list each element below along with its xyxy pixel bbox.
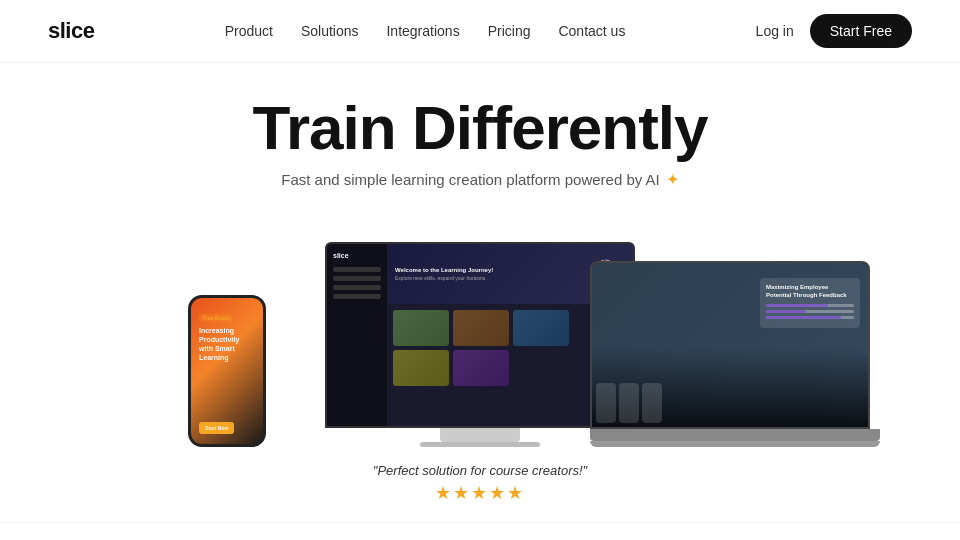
card-5 xyxy=(453,350,509,386)
start-free-button[interactable]: Start Free xyxy=(810,14,912,48)
quote-text: "Perfect solution for course creators!" xyxy=(0,463,960,478)
laptop-people xyxy=(592,347,868,427)
sidebar-item-1 xyxy=(333,267,381,272)
navbar: slice Product Solutions Integrations Pri… xyxy=(0,0,960,63)
desktop-stand xyxy=(440,428,520,442)
laptop-screen: Maximizing Employee Potential Through Fe… xyxy=(590,261,870,429)
desktop-base xyxy=(420,442,540,447)
phone-mockup: Time Boost Increasing Productivity with … xyxy=(188,295,268,447)
phone-content: Time Boost Increasing Productivity with … xyxy=(191,298,263,372)
card-1 xyxy=(393,310,449,346)
laptop-progress-fill-3 xyxy=(766,316,841,319)
laptop-bottom xyxy=(590,429,880,441)
quote-area: "Perfect solution for course creators!" … xyxy=(0,463,960,504)
laptop-progress-bar xyxy=(766,304,854,307)
nav-integrations[interactable]: Integrations xyxy=(386,23,459,39)
hero-title: Train Differently xyxy=(48,95,912,160)
person-2 xyxy=(619,383,639,423)
desktop-screen: slice Welcome to the Learning Journey! E… xyxy=(325,242,635,428)
sidebar-item-2 xyxy=(333,276,381,281)
sidebar-logo: slice xyxy=(333,252,381,259)
card-3 xyxy=(513,310,569,346)
laptop-mockup: Maximizing Employee Potential Through Fe… xyxy=(590,261,880,447)
nav-contact[interactable]: Contact us xyxy=(558,23,625,39)
laptop-progress-fill xyxy=(766,304,828,307)
laptop-content: Maximizing Employee Potential Through Fe… xyxy=(592,263,868,427)
laptop-progress-fill-2 xyxy=(766,310,806,313)
phone-tag: Time Boost xyxy=(199,314,232,322)
laptop-card-title: Maximizing Employee Potential Through Fe… xyxy=(766,284,854,300)
star-rating: ★★★★★ xyxy=(0,482,960,504)
person-3 xyxy=(642,383,662,423)
login-button[interactable]: Log in xyxy=(756,23,794,39)
phone-cta: Start Now xyxy=(199,422,234,434)
nav-actions: Log in Start Free xyxy=(756,14,912,48)
hero-section: Train Differently Fast and simple learni… xyxy=(0,63,960,189)
nav-pricing[interactable]: Pricing xyxy=(488,23,531,39)
sidebar-item-4 xyxy=(333,294,381,299)
sidebar-item-3 xyxy=(333,285,381,290)
laptop-progress-bar-3 xyxy=(766,316,854,319)
logo[interactable]: slice xyxy=(48,18,94,44)
person-1 xyxy=(596,383,616,423)
partners-bar: — Partner caesarstone ® Hertz BHI Wolt s… xyxy=(0,522,960,540)
laptop-base xyxy=(590,441,880,447)
card-4 xyxy=(393,350,449,386)
banner-title: Welcome to the Learning Journey! xyxy=(395,267,493,273)
card-2 xyxy=(453,310,509,346)
desktop-sidebar: slice xyxy=(327,244,387,426)
laptop-card: Maximizing Employee Potential Through Fe… xyxy=(760,278,860,328)
mockup-area: Time Boost Increasing Productivity with … xyxy=(0,207,960,447)
banner-sub: Explore new skills, expand your horizons… xyxy=(395,275,493,281)
banner-text: Welcome to the Learning Journey! Explore… xyxy=(395,267,493,281)
phone-screen: Time Boost Increasing Productivity with … xyxy=(191,298,263,444)
nav-solutions[interactable]: Solutions xyxy=(301,23,359,39)
nav-links: Product Solutions Integrations Pricing C… xyxy=(225,22,626,40)
phone-frame: Time Boost Increasing Productivity with … xyxy=(188,295,266,447)
nav-product[interactable]: Product xyxy=(225,23,273,39)
desktop-inner: slice Welcome to the Learning Journey! E… xyxy=(327,244,633,426)
laptop-progress-bar-2 xyxy=(766,310,854,313)
ai-star-icon: ✦ xyxy=(666,170,679,189)
hero-subtitle: Fast and simple learning creation platfo… xyxy=(48,170,912,189)
phone-title: Increasing Productivity with Smart Learn… xyxy=(199,326,255,362)
